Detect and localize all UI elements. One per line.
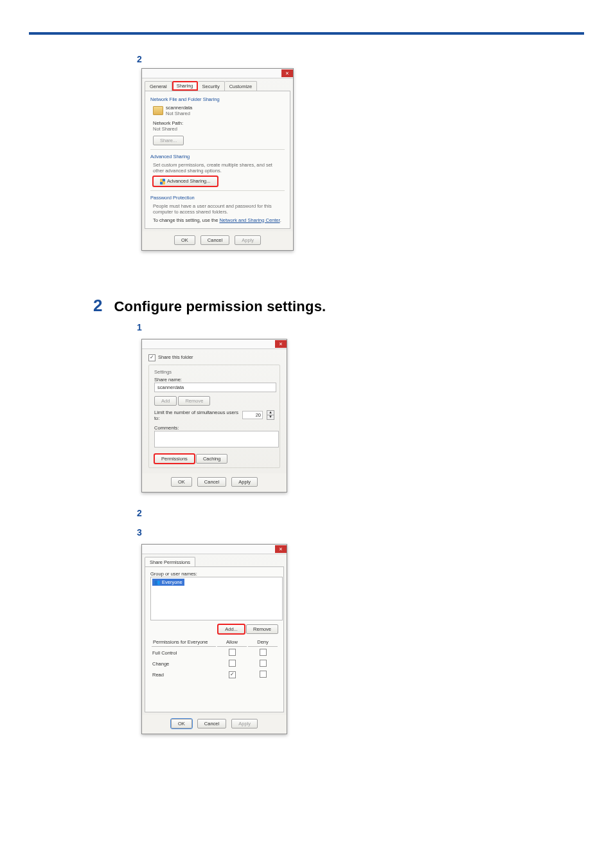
tab-customize[interactable]: Customize xyxy=(225,81,257,91)
dialog-button-row: OK Cancel Apply xyxy=(142,715,287,734)
comments-label: Comments: xyxy=(154,425,274,431)
add-user-button[interactable]: Add... xyxy=(218,624,245,634)
advanced-sharing-label: Advanced Sharing... xyxy=(167,178,211,184)
tab-share-permissions[interactable]: Share Permissions xyxy=(145,557,195,566)
dialog-button-row: OK Cancel Apply xyxy=(142,231,293,250)
folder-name: scannerdata xyxy=(166,105,192,111)
network-sharing-center-link[interactable]: Network and Sharing Center xyxy=(219,217,280,223)
dialog-titlebar: × xyxy=(142,545,287,554)
allow-full-checkbox[interactable] xyxy=(229,649,236,656)
share-folder-label: Share this folder xyxy=(158,354,193,360)
add-share-button[interactable]: Add xyxy=(154,396,177,406)
apply-button[interactable]: Apply xyxy=(231,477,258,487)
limit-label: Limit the number of simultaneous users t… xyxy=(154,410,238,421)
apply-button[interactable]: Apply xyxy=(235,235,261,245)
big-step-title: Configure permission settings. xyxy=(114,298,326,315)
table-row: Read xyxy=(152,670,278,680)
tab-strip: General Sharing Security Customize xyxy=(142,78,293,91)
content-area: 2 × General Sharing Security Customize N… xyxy=(0,35,613,786)
share-folder-checkbox[interactable] xyxy=(148,354,155,361)
table-row: Full Control xyxy=(152,648,278,658)
cancel-button[interactable]: Cancel xyxy=(197,477,226,487)
deny-read-checkbox[interactable] xyxy=(260,671,267,678)
perm-read: Read xyxy=(152,670,216,680)
close-icon[interactable]: × xyxy=(281,69,293,77)
password-desc: People must have a user account and pass… xyxy=(153,203,285,215)
apply-button[interactable]: Apply xyxy=(231,719,258,728)
tab-sharing[interactable]: Sharing xyxy=(172,81,198,91)
ok-button[interactable]: OK xyxy=(174,235,195,245)
remove-user-button[interactable]: Remove xyxy=(246,624,278,634)
tab-strip: Share Permissions xyxy=(142,554,287,566)
permissions-table: Permissions for Everyone Allow Deny Full… xyxy=(150,638,279,681)
network-path-label: Network Path: xyxy=(153,120,285,126)
allow-change-checkbox[interactable] xyxy=(229,660,236,667)
advanced-sharing-dialog: × Share this folder Settings Share name:… xyxy=(141,339,287,493)
section-advanced-sharing: Advanced Sharing xyxy=(150,154,285,159)
permissions-button[interactable]: Permissions xyxy=(154,454,195,464)
share-name-field[interactable]: scannerdata xyxy=(154,383,276,392)
dialog-titlebar: × xyxy=(142,339,287,349)
tab-body: Network File and Folder Sharing scannerd… xyxy=(145,91,290,229)
dialog-button-row: OK Cancel Apply xyxy=(142,473,287,492)
remove-share-button[interactable]: Remove xyxy=(178,396,210,406)
group-user-list[interactable]: 👥Everyone xyxy=(150,577,283,620)
password-change-prefix: To change this setting, use the xyxy=(153,217,219,223)
ok-button[interactable]: OK xyxy=(171,719,192,728)
table-row: Change xyxy=(152,659,278,669)
properties-dialog: × General Sharing Security Customize Net… xyxy=(141,68,294,251)
allow-read-checkbox[interactable] xyxy=(229,671,236,678)
permissions-dialog: × Share Permissions Group or user names:… xyxy=(141,544,287,734)
close-icon[interactable]: × xyxy=(275,545,287,553)
spinner-down-icon[interactable]: ▼ xyxy=(267,415,274,420)
folder-status: Not Shared xyxy=(166,111,192,116)
settings-label: Settings xyxy=(154,369,274,375)
tab-general[interactable]: General xyxy=(145,81,172,91)
network-path-value: Not Shared xyxy=(153,126,285,132)
section-network-sharing: Network File and Folder Sharing xyxy=(150,96,285,102)
advanced-sharing-button[interactable]: Advanced Sharing... xyxy=(153,176,218,186)
share-name-label: Share name: xyxy=(154,377,274,383)
cancel-button[interactable]: Cancel xyxy=(200,235,229,245)
tab-security[interactable]: Security xyxy=(198,81,225,91)
allow-header: Allow xyxy=(217,639,247,647)
substep-3-marker: 3 xyxy=(137,527,574,538)
deny-full-checkbox[interactable] xyxy=(260,649,267,656)
section-password-protection: Password Protection xyxy=(150,195,285,201)
list-item-everyone[interactable]: 👥Everyone xyxy=(152,579,184,586)
advanced-desc: Set custom permissions, create multiple … xyxy=(153,162,285,174)
dialog-titlebar: × xyxy=(142,69,293,78)
caching-button[interactable]: Caching xyxy=(196,454,228,464)
shield-icon xyxy=(160,179,165,185)
substep-2-marker: 2 xyxy=(137,54,574,64)
deny-change-checkbox[interactable] xyxy=(260,660,267,667)
cancel-button[interactable]: Cancel xyxy=(197,719,226,728)
limit-spinner[interactable]: 20 xyxy=(242,411,263,419)
substep-2-marker: 2 xyxy=(137,508,574,518)
tab-body: Group or user names: 👥Everyone Add... Re… xyxy=(145,566,284,712)
perm-change: Change xyxy=(152,659,216,669)
folder-icon xyxy=(153,106,163,115)
users-icon: 👥 xyxy=(154,579,160,585)
big-step-number: 2 xyxy=(93,296,102,316)
group-user-label: Group or user names: xyxy=(150,571,278,577)
share-this-folder-row: Share this folder xyxy=(148,354,280,361)
comments-field[interactable] xyxy=(154,431,279,448)
close-icon[interactable]: × xyxy=(275,340,287,348)
perm-full-control: Full Control xyxy=(152,648,216,658)
ok-button[interactable]: OK xyxy=(171,477,192,487)
deny-header: Deny xyxy=(248,639,278,647)
share-button[interactable]: Share... xyxy=(153,136,184,145)
perm-for-header: Permissions for Everyone xyxy=(152,639,216,647)
substep-1-marker: 1 xyxy=(137,322,574,332)
